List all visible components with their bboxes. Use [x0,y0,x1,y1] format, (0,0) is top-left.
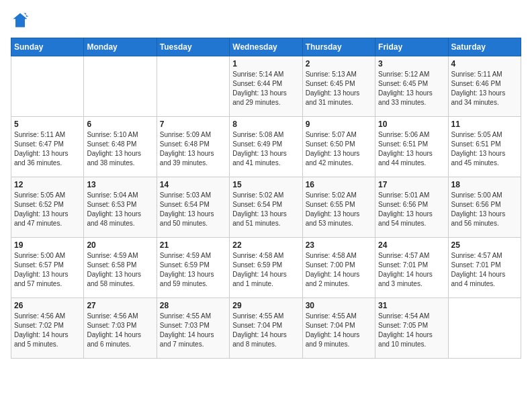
day-info: Sunrise: 5:00 AM Sunset: 6:56 PM Dayligh… [451,191,518,228]
header-saturday: Saturday [448,38,521,56]
day-info: Sunrise: 4:57 AM Sunset: 7:01 PM Dayligh… [451,251,518,289]
day-number: 8 [232,120,299,129]
calendar-week-row: 5Sunrise: 5:11 AM Sunset: 6:47 PM Daylig… [11,117,521,177]
day-number: 6 [87,120,153,129]
logo [11,11,32,30]
day-number: 15 [232,180,299,189]
calendar-cell: 21Sunrise: 4:59 AM Sunset: 6:59 PM Dayli… [157,238,229,298]
day-info: Sunrise: 4:56 AM Sunset: 7:02 PM Dayligh… [14,312,81,349]
calendar-cell: 7Sunrise: 5:09 AM Sunset: 6:48 PM Daylig… [157,117,229,177]
svg-marker-2 [24,13,28,17]
day-info: Sunrise: 5:11 AM Sunset: 6:46 PM Dayligh… [451,70,518,107]
day-number: 19 [14,240,81,250]
header-sunday: Sunday [11,38,84,56]
day-number: 12 [14,180,81,189]
day-info: Sunrise: 5:04 AM Sunset: 6:53 PM Dayligh… [87,191,153,228]
day-info: Sunrise: 5:01 AM Sunset: 6:56 PM Dayligh… [378,191,445,228]
day-number: 1 [232,59,299,68]
day-number: 29 [232,301,299,310]
day-info: Sunrise: 5:11 AM Sunset: 6:47 PM Dayligh… [14,130,81,168]
calendar-cell: 3Sunrise: 5:12 AM Sunset: 6:45 PM Daylig… [375,56,448,117]
calendar-cell: 8Sunrise: 5:08 AM Sunset: 6:49 PM Daylig… [230,117,302,177]
calendar-cell: 12Sunrise: 5:05 AM Sunset: 6:52 PM Dayli… [11,177,84,238]
day-info: Sunrise: 5:02 AM Sunset: 6:54 PM Dayligh… [232,191,299,228]
calendar-cell: 24Sunrise: 4:57 AM Sunset: 7:01 PM Dayli… [375,238,448,298]
calendar-cell: 9Sunrise: 5:07 AM Sunset: 6:50 PM Daylig… [302,117,375,177]
calendar-cell: 19Sunrise: 5:00 AM Sunset: 6:57 PM Dayli… [11,238,84,298]
calendar-cell: 13Sunrise: 5:04 AM Sunset: 6:53 PM Dayli… [84,177,157,238]
day-number: 13 [87,180,153,189]
day-number: 7 [160,120,226,129]
day-info: Sunrise: 4:54 AM Sunset: 7:05 PM Dayligh… [378,312,445,349]
day-number: 31 [378,301,445,310]
day-number: 5 [14,120,81,129]
calendar-cell: 10Sunrise: 5:06 AM Sunset: 6:51 PM Dayli… [375,117,448,177]
day-info: Sunrise: 5:05 AM Sunset: 6:52 PM Dayligh… [14,191,81,228]
calendar-cell: 11Sunrise: 5:05 AM Sunset: 6:51 PM Dayli… [448,117,521,177]
day-number: 28 [160,301,226,310]
svg-marker-1 [13,13,28,28]
logo-icon [11,11,30,30]
page-header [11,11,521,30]
day-number: 16 [306,180,372,189]
day-info: Sunrise: 5:10 AM Sunset: 6:48 PM Dayligh… [87,130,153,168]
calendar-cell: 28Sunrise: 4:55 AM Sunset: 7:03 PM Dayli… [157,298,229,359]
day-number: 3 [378,59,445,68]
day-info: Sunrise: 4:55 AM Sunset: 7:03 PM Dayligh… [160,312,226,349]
day-info: Sunrise: 4:55 AM Sunset: 7:04 PM Dayligh… [232,312,299,349]
calendar-cell [157,56,229,117]
day-info: Sunrise: 5:14 AM Sunset: 6:44 PM Dayligh… [232,70,299,107]
calendar-cell: 29Sunrise: 4:55 AM Sunset: 7:04 PM Dayli… [230,298,302,359]
calendar-cell [84,56,157,117]
calendar-cell: 25Sunrise: 4:57 AM Sunset: 7:01 PM Dayli… [448,238,521,298]
calendar-week-row: 19Sunrise: 5:00 AM Sunset: 6:57 PM Dayli… [11,238,521,298]
calendar-cell: 1Sunrise: 5:14 AM Sunset: 6:44 PM Daylig… [230,56,302,117]
day-number: 9 [306,120,372,129]
day-number: 10 [378,120,445,129]
day-number: 20 [87,240,153,250]
calendar-cell: 2Sunrise: 5:13 AM Sunset: 6:45 PM Daylig… [302,56,375,117]
calendar-cell: 23Sunrise: 4:58 AM Sunset: 7:00 PM Dayli… [302,238,375,298]
day-number: 21 [160,240,226,250]
calendar-header-row: SundayMondayTuesdayWednesdayThursdayFrid… [11,38,521,56]
day-number: 25 [451,240,518,250]
day-info: Sunrise: 4:59 AM Sunset: 6:58 PM Dayligh… [87,251,153,289]
day-number: 30 [306,301,372,310]
day-number: 26 [14,301,81,310]
header-thursday: Thursday [302,38,375,56]
day-info: Sunrise: 4:58 AM Sunset: 6:59 PM Dayligh… [232,251,299,289]
day-info: Sunrise: 4:55 AM Sunset: 7:04 PM Dayligh… [306,312,372,349]
day-info: Sunrise: 5:08 AM Sunset: 6:49 PM Dayligh… [232,130,299,168]
calendar-cell: 5Sunrise: 5:11 AM Sunset: 6:47 PM Daylig… [11,117,84,177]
calendar-cell: 27Sunrise: 4:56 AM Sunset: 7:03 PM Dayli… [84,298,157,359]
day-info: Sunrise: 5:09 AM Sunset: 6:48 PM Dayligh… [160,130,226,168]
day-info: Sunrise: 4:58 AM Sunset: 7:00 PM Dayligh… [306,251,372,289]
calendar-cell: 16Sunrise: 5:02 AM Sunset: 6:55 PM Dayli… [302,177,375,238]
calendar-cell: 15Sunrise: 5:02 AM Sunset: 6:54 PM Dayli… [230,177,302,238]
calendar-week-row: 1Sunrise: 5:14 AM Sunset: 6:44 PM Daylig… [11,56,521,117]
calendar-cell: 20Sunrise: 4:59 AM Sunset: 6:58 PM Dayli… [84,238,157,298]
day-info: Sunrise: 5:03 AM Sunset: 6:54 PM Dayligh… [160,191,226,228]
calendar-week-row: 12Sunrise: 5:05 AM Sunset: 6:52 PM Dayli… [11,177,521,238]
calendar-cell: 26Sunrise: 4:56 AM Sunset: 7:02 PM Dayli… [11,298,84,359]
calendar-cell: 18Sunrise: 5:00 AM Sunset: 6:56 PM Dayli… [448,177,521,238]
day-number: 11 [451,120,518,129]
day-number: 17 [378,180,445,189]
day-info: Sunrise: 5:12 AM Sunset: 6:45 PM Dayligh… [378,70,445,107]
day-number: 24 [378,240,445,250]
day-info: Sunrise: 5:05 AM Sunset: 6:51 PM Dayligh… [451,130,518,168]
header-monday: Monday [84,38,157,56]
calendar-cell: 6Sunrise: 5:10 AM Sunset: 6:48 PM Daylig… [84,117,157,177]
day-info: Sunrise: 5:02 AM Sunset: 6:55 PM Dayligh… [306,191,372,228]
calendar-cell: 17Sunrise: 5:01 AM Sunset: 6:56 PM Dayli… [375,177,448,238]
calendar-table: SundayMondayTuesdayWednesdayThursdayFrid… [11,38,521,359]
day-number: 23 [306,240,372,250]
day-info: Sunrise: 5:13 AM Sunset: 6:45 PM Dayligh… [306,70,372,107]
day-number: 27 [87,301,153,310]
day-number: 14 [160,180,226,189]
day-number: 2 [306,59,372,68]
calendar-cell: 22Sunrise: 4:58 AM Sunset: 6:59 PM Dayli… [230,238,302,298]
day-info: Sunrise: 4:56 AM Sunset: 7:03 PM Dayligh… [87,312,153,349]
day-number: 4 [451,59,518,68]
calendar-cell: 31Sunrise: 4:54 AM Sunset: 7:05 PM Dayli… [375,298,448,359]
